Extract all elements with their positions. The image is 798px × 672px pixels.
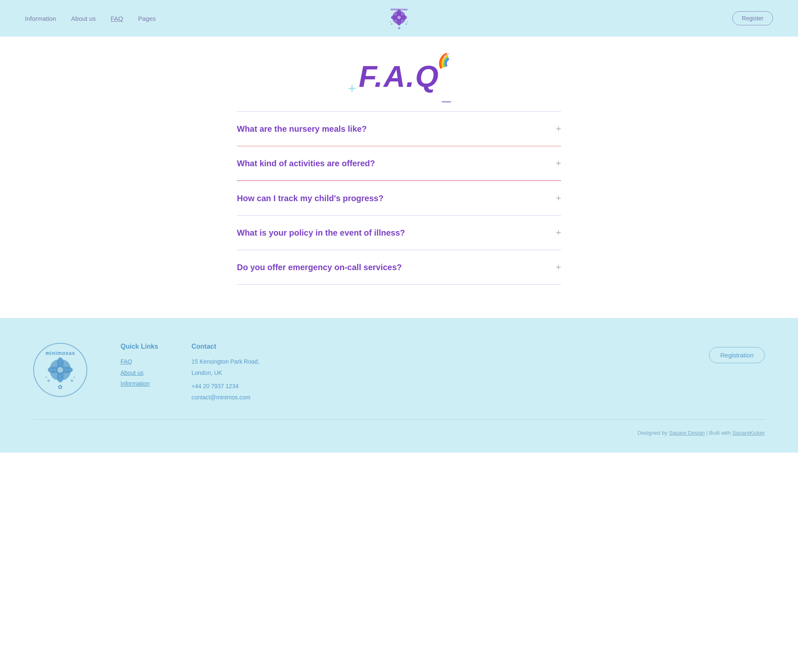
svg-point-31 xyxy=(74,377,75,378)
registration-button[interactable]: Registration xyxy=(709,347,765,363)
faq-expand-2[interactable]: + xyxy=(556,158,561,169)
contact-address-line1: 15 Kensington Park Road, xyxy=(192,356,259,367)
faq-expand-4[interactable]: + xyxy=(556,227,561,238)
svg-point-10 xyxy=(397,16,401,20)
svg-point-11 xyxy=(391,23,393,25)
nav-about-us[interactable]: About us xyxy=(71,15,96,22)
svg-point-12 xyxy=(390,21,391,22)
svg-text:minimosas: minimosas xyxy=(45,350,75,356)
footer-built-with: | Built with xyxy=(705,430,732,436)
faq-expand-3[interactable]: + xyxy=(556,193,561,204)
footer-right: Registration xyxy=(709,343,765,363)
faq-expand-5[interactable]: + xyxy=(556,262,561,273)
footer-contact: Contact 15 Kensington Park Road, London,… xyxy=(192,343,259,403)
contact-email: contact@minimos.com xyxy=(192,392,259,403)
header-logo: minimosas ✿ xyxy=(384,3,414,34)
svg-point-29 xyxy=(45,377,47,378)
star-decoration xyxy=(346,83,358,97)
svg-point-28 xyxy=(47,379,50,382)
faq-question-3: How can I track my child's progress? xyxy=(237,194,384,203)
footer-quick-links: Quick Links FAQ About us Information xyxy=(121,343,158,389)
register-button[interactable]: Register xyxy=(732,11,773,25)
svg-point-30 xyxy=(71,379,73,382)
faq-item-5[interactable]: Do you offer emergency on-call services?… xyxy=(237,250,561,285)
faq-item-1[interactable]: What are the nursery meals like? + xyxy=(237,111,561,146)
contact-phone: +44 20 7937 1234 xyxy=(192,381,259,392)
svg-text:✿: ✿ xyxy=(398,27,401,30)
faq-item-4[interactable]: What is your policy in the event of illn… xyxy=(237,215,561,250)
faq-question-4: What is your policy in the event of illn… xyxy=(237,228,405,238)
footer-square-design-link[interactable]: Square Design xyxy=(669,430,705,436)
faq-question-2: What kind of activities are offered? xyxy=(237,159,375,168)
contact-heading: Contact xyxy=(192,343,259,350)
faq-item-2[interactable]: What kind of activities are offered? + xyxy=(237,146,561,181)
svg-point-14 xyxy=(407,21,409,22)
footer: minimosas ✿ xyxy=(0,318,798,453)
footer-link-information[interactable]: Information xyxy=(121,378,158,389)
footer-logo-area: minimosas ✿ xyxy=(33,343,87,397)
main-nav: Information About us FAQ Pages xyxy=(25,15,156,22)
header-right: Register xyxy=(732,11,773,25)
faq-title: F.A.Q xyxy=(359,60,439,93)
footer-designed-by: Designed by xyxy=(638,430,669,436)
nav-faq[interactable]: FAQ xyxy=(111,15,123,22)
header: Information About us FAQ Pages minimosas… xyxy=(0,0,798,37)
svg-text:✿: ✿ xyxy=(58,384,63,390)
main-content: F.A.Q 🌈 What are the nursery meals like?… xyxy=(0,37,798,318)
footer-logo: minimosas ✿ xyxy=(33,343,87,397)
footer-link-faq[interactable]: FAQ xyxy=(121,356,158,367)
svg-point-13 xyxy=(406,23,407,25)
footer-main: minimosas ✿ xyxy=(33,343,765,403)
faq-expand-1[interactable]: + xyxy=(556,123,561,134)
contact-address-line2: London, UK xyxy=(192,367,259,379)
footer-bottom: Designed by Square Design | Built with S… xyxy=(33,419,765,436)
faq-question-5: Do you offer emergency on-call services? xyxy=(237,263,402,272)
nav-pages[interactable]: Pages xyxy=(138,15,156,22)
nav-information[interactable]: Information xyxy=(25,15,56,22)
quick-links-heading: Quick Links xyxy=(121,343,158,350)
footer-link-about[interactable]: About us xyxy=(121,367,158,379)
faq-question-1: What are the nursery meals like? xyxy=(237,124,367,134)
faq-item-3[interactable]: How can I track my child's progress? + xyxy=(237,181,561,215)
faq-title-section: F.A.Q 🌈 xyxy=(0,62,798,91)
faq-title-wrapper: F.A.Q 🌈 xyxy=(359,62,439,91)
footer-squarekicker-link[interactable]: SquareKicker xyxy=(732,430,765,436)
faq-list: What are the nursery meals like? + What … xyxy=(229,111,569,285)
svg-point-27 xyxy=(57,367,63,373)
